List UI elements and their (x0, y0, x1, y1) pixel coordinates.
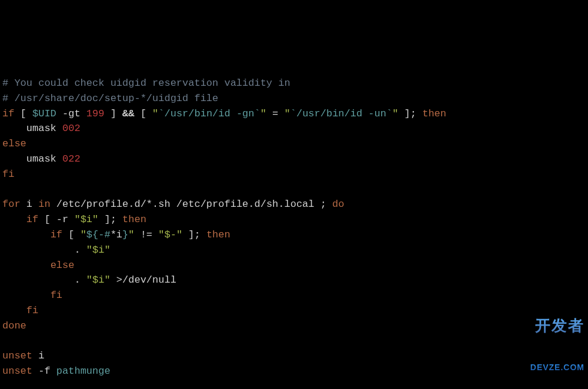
function-name: pathmunge (56, 365, 111, 377)
quote: " (81, 229, 86, 240)
backtick-cmd: `/usr/bin/id -un` (290, 108, 392, 119)
path: /dev/null (122, 274, 176, 286)
string: "$i" (86, 244, 111, 256)
kw-if: if (2, 108, 14, 119)
kw-done: done (2, 320, 26, 331)
quote: " (260, 108, 266, 119)
string: "$i" (74, 214, 98, 225)
text: [ (62, 229, 81, 240)
indent (2, 290, 51, 301)
text: [ (134, 108, 152, 119)
number: 199 (86, 108, 105, 119)
text: i (21, 199, 39, 210)
kw-unset: unset (2, 365, 32, 377)
text: . (2, 274, 86, 286)
kw-else: else (51, 260, 75, 271)
quote: " (152, 108, 158, 119)
indent (2, 229, 51, 240)
text: != (134, 229, 158, 240)
kw-then: then (206, 229, 230, 240)
shell-script-source: # You could check uidgid reservation val… (0, 61, 588, 379)
indent (2, 214, 26, 225)
var: $UID (32, 108, 56, 119)
indent (2, 305, 26, 316)
comment-line: # /usr/share/doc/setup-*/uidgid file (2, 93, 218, 104)
kw-fi: fi (26, 305, 38, 316)
text: ]; (182, 229, 206, 240)
text: umask (2, 123, 62, 134)
indent (2, 260, 51, 271)
kw-then: then (422, 108, 446, 119)
text: *i (111, 229, 122, 240)
text: -gt (56, 108, 86, 119)
text: -f (32, 365, 56, 377)
text: . (2, 244, 86, 256)
string: "$i" (86, 274, 111, 286)
text: umask (2, 153, 62, 165)
backtick-cmd: `/usr/bin/id -gn` (158, 108, 260, 119)
quote: " (285, 108, 290, 119)
kw-else: else (2, 138, 26, 149)
redirect: > (111, 274, 122, 286)
param-exp: ${ (86, 229, 98, 240)
kw-fi: fi (51, 290, 62, 301)
string: "$-" (158, 229, 182, 240)
operator-and: && (122, 108, 134, 119)
number: 022 (62, 153, 81, 165)
text: ]; (398, 108, 422, 119)
text: i (32, 350, 44, 361)
kw-then: then (122, 214, 146, 225)
kw-if: if (26, 214, 38, 225)
param-exp: } (122, 229, 128, 240)
kw-do: do (332, 199, 344, 210)
quote: " (128, 229, 134, 240)
comment-line: # You could check uidgid reservation val… (2, 78, 290, 89)
text: [ (14, 108, 32, 119)
kw-fi: fi (2, 169, 14, 180)
kw-for: for (2, 199, 21, 210)
number: 002 (62, 123, 81, 134)
path-glob: /etc/profile.d/*.sh /etc/profile.d/sh.lo… (51, 199, 332, 210)
text: [ -r (38, 214, 74, 225)
text: = (266, 108, 285, 119)
quote: " (392, 108, 398, 119)
kw-in: in (38, 199, 50, 210)
kw-if: if (51, 229, 62, 240)
kw-unset: unset (2, 350, 32, 361)
text: ]; (98, 214, 122, 225)
text: ] (104, 108, 122, 119)
param-exp: -# (98, 229, 110, 240)
